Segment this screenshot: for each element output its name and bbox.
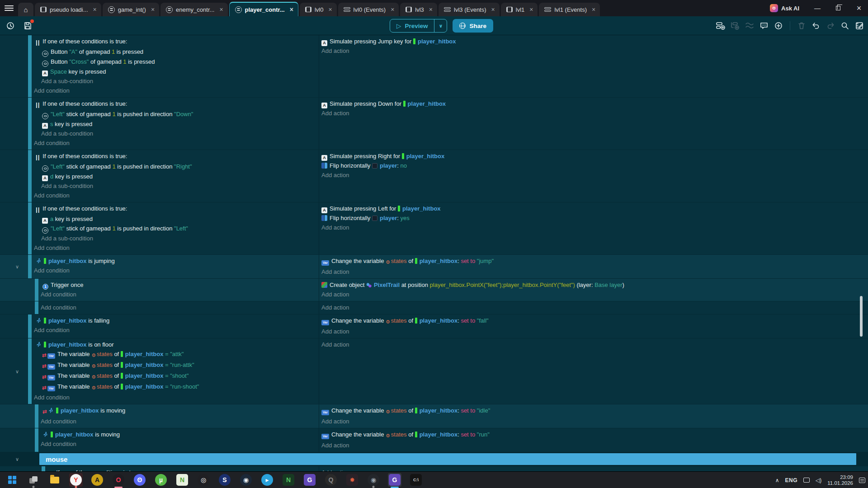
condition-line[interactable]: ||If one of these conditions is true: [34,99,319,109]
ask-ai-button[interactable]: ʘ Ask AI [764,4,806,12]
add-condition-link[interactable]: Add condition [34,266,319,275]
action-line[interactable]: ASimulate pressing Jump key for player_h… [321,37,868,46]
scrollbar-thumb[interactable] [860,296,863,337]
condition-line[interactable]: ⇄VarThe variable ⚙states of player_hitbo… [34,382,319,393]
group-header-mouse[interactable]: mouse [39,453,856,465]
trash-icon[interactable] [797,21,807,31]
add-subevent-icon[interactable] [730,21,740,31]
add-external-event-icon[interactable] [745,21,755,31]
display-icon[interactable] [803,478,810,483]
event-not-moving[interactable]: ⇄player_hitbox is movingAdd conditionVar… [0,404,868,428]
clock[interactable]: 23:09 11.01.2026 [827,474,853,486]
add-action-link[interactable]: Add action [321,327,868,336]
event-trigger-once[interactable]: 1Trigger onceAdd conditionCreate object … [0,279,868,301]
preview-dropdown-icon[interactable]: ∨ [434,19,447,32]
condition-line[interactable]: Ad key is pressed [34,172,319,181]
discord-icon[interactable]: ʘ [133,473,146,487]
share-button[interactable]: Share [453,19,493,33]
tab-lvl1-events[interactable]: lvl1 (Events)× [539,3,600,16]
add-action-link[interactable]: Add action [321,267,868,277]
condition-line[interactable]: ||If one of these conditions is true: [34,151,319,162]
search-icon[interactable] [840,21,850,31]
condition-line[interactable]: player_hitbox is falling [34,316,319,325]
add-action-link[interactable]: Add action [321,441,868,450]
edit-settings-icon[interactable] [854,21,864,31]
add-action-link[interactable]: Add action [321,170,868,180]
minimize-button[interactable]: — [808,0,826,16]
add-action-link[interactable]: Add action [321,290,868,299]
add-condition-link[interactable]: Add condition [34,393,319,402]
add-action-link[interactable]: Add action [321,340,868,349]
file-explorer-icon[interactable] [48,473,61,487]
action-line[interactable]: VarChange the variable ⚙states of player… [321,256,868,267]
condition-line[interactable]: player_hitbox is moving [41,430,319,439]
condition-line[interactable]: ⇄player_hitbox is moving [41,406,319,417]
condition-line[interactable]: Aa key is pressed [34,214,319,224]
close-tab-icon[interactable]: × [328,6,332,13]
add-a-sub-condition-link[interactable]: Add a sub-condition [34,234,319,243]
aimp-icon[interactable]: A [90,473,104,487]
condition-line[interactable]: "Left" stick of gamepad 1 is pushed in d… [34,224,319,234]
action-line[interactable]: VarChange the variable ⚙states of player… [321,430,868,441]
steam-icon[interactable]: ◉ [239,473,253,487]
add-condition-link[interactable]: Add condition [34,191,319,200]
redo-icon[interactable] [826,21,835,31]
add-event-icon[interactable] [716,21,726,31]
condition-line[interactable]: ||If one of these conditions is true: [34,204,319,214]
tray-chevron-icon[interactable]: ∧ [775,477,779,483]
action-line[interactable]: Create object PixelTrail at position pla… [321,280,868,290]
task-view-icon[interactable] [27,473,40,487]
group-mouse[interactable]: mouse∨ [0,452,868,466]
condition-line[interactable]: ASpace key is pressed [34,67,319,76]
condition-line[interactable]: As key is pressed [34,119,319,129]
condition-line[interactable]: ||If one of these conditions is true: [34,37,319,47]
condition-line[interactable]: 1Trigger once [41,280,319,290]
tab-lvl3-events[interactable]: lvl3 (Events)× [439,3,500,16]
terminal-icon[interactable]: C:\ [409,473,423,487]
action-line[interactable]: VarChange the variable ⚙states of player… [321,406,868,417]
history-icon[interactable] [5,21,15,31]
condition-line[interactable]: ||If one of these conditions is true: [47,468,319,471]
tab-lvl3[interactable]: lvl3× [400,3,437,16]
close-tab-icon[interactable]: × [290,6,293,13]
preview-button[interactable]: ▷ Preview ∨ [390,19,447,33]
action-line[interactable]: ASimulate pressing Right for player_hitb… [321,151,868,161]
add-action-link[interactable]: Add action [321,417,868,426]
condition-line[interactable]: player_hitbox is jumping [34,256,319,266]
add-condition-link[interactable]: Add condition [41,303,319,312]
add-action-link[interactable]: Add action [321,303,868,312]
condition-line[interactable]: "Left" stick of gamepad 1 is pushed in d… [34,162,319,172]
add-condition-link[interactable]: Add condition [34,325,319,335]
gdevelop-2-icon[interactable]: G [388,473,401,487]
event-left-keys[interactable]: ||If one of these conditions is true:Aa … [0,202,868,254]
action-line[interactable]: ASimulate pressing Down for player_hitbo… [321,99,868,108]
action-line[interactable]: VarChange the variable ⚙states of player… [321,316,868,327]
notepad-icon[interactable]: N [175,473,189,487]
close-tab-icon[interactable]: × [93,6,97,13]
steam-2-icon[interactable]: ◉ [367,473,380,487]
action-line[interactable]: Flip horizontally player: no [321,161,868,170]
tab-lvl1[interactable]: lvl1× [501,3,538,16]
tab-lvl0[interactable]: lvl0× [300,3,337,16]
language-indicator[interactable]: ENG [785,477,798,483]
tab-pseudo-loadi[interactable]: pseudo loadi...× [35,3,101,16]
add-condition-link[interactable]: Add condition [34,86,319,95]
add-condition-link[interactable]: Add condition [41,417,319,426]
menu-icon[interactable] [0,0,18,16]
close-tab-icon[interactable]: × [491,6,495,13]
event-empty[interactable]: Add conditionAdd action [0,301,868,314]
undo-icon[interactable] [811,21,821,31]
tab-lvl0-events[interactable]: lvl0 (Events)× [338,3,399,16]
volume-icon[interactable]: ◁) [816,477,821,483]
action-line[interactable]: ASimulate pressing Left for player_hitbo… [321,204,868,213]
yandex-browser-icon[interactable]: Y [69,473,83,487]
close-tab-icon[interactable]: × [529,6,533,13]
add-comment-icon[interactable] [759,21,769,31]
add-a-sub-condition-link[interactable]: Add a sub-condition [34,76,319,86]
start-icon[interactable] [5,473,19,487]
condition-line[interactable]: ⇄VarThe variable ⚙states of player_hitbo… [34,371,319,382]
event-down-keys[interactable]: ||If one of these conditions is true:"Le… [0,98,868,150]
add-a-sub-condition-link[interactable]: Add a sub-condition [34,129,319,138]
event-jump-keys[interactable]: ||If one of these conditions is true:But… [0,35,868,97]
tab-enemy-contr[interactable]: enemy_contr...× [160,3,227,16]
